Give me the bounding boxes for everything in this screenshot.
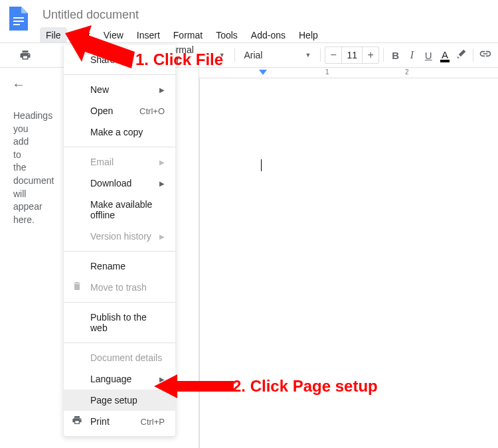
outline-placeholder: Headings you add to the document will ap… — [0, 102, 46, 234]
text-color-letter: A — [442, 49, 448, 60]
text-color-button[interactable]: A — [438, 49, 453, 61]
toolbar-separator — [473, 48, 473, 62]
font-size-decrease-button[interactable]: − — [325, 47, 341, 63]
print-icon — [72, 415, 82, 428]
font-size-input[interactable]: 11 — [341, 47, 363, 63]
menu-item-email[interactable]: Email▶ — [64, 151, 175, 173]
menu-item-publish[interactable]: Publish to the web — [64, 307, 175, 338]
menu-edit[interactable]: Edit — [68, 27, 96, 43]
annotation-text-2: 2. Click Page setup — [232, 377, 378, 396]
toolbar-separator — [234, 48, 235, 62]
toolbar-separator — [320, 48, 321, 62]
menu-item-rename[interactable]: Rename — [64, 256, 175, 277]
menu-item-move-trash[interactable]: Move to trash — [64, 277, 175, 298]
print-icon[interactable] — [17, 46, 34, 64]
file-menu-dropdown: Share New▶ OpenCtrl+O Make a copy Email▶… — [64, 45, 175, 436]
svg-rect-1 — [13, 21, 24, 22]
outline-back-icon[interactable]: ← — [12, 77, 25, 92]
menu-insert[interactable]: Insert — [131, 27, 166, 43]
menu-label: Version history — [90, 231, 151, 242]
menu-addons[interactable]: Add-ons — [245, 27, 291, 43]
horizontal-ruler[interactable]: 1 2 — [199, 68, 498, 78]
menu-label: Print — [90, 416, 110, 427]
ruler-mark: 1 — [325, 68, 329, 76]
menu-view[interactable]: View — [98, 27, 129, 43]
menu-shortcut: Ctrl+P — [141, 417, 165, 427]
ruler-mark: 2 — [405, 68, 409, 76]
font-size-group: − 11 + — [325, 46, 379, 64]
bold-button[interactable]: B — [388, 50, 403, 61]
highlight-color-button[interactable] — [454, 48, 469, 62]
menu-format[interactable]: Format — [167, 27, 208, 43]
font-family-label: Arial — [244, 50, 262, 60]
menu-separator — [64, 302, 175, 303]
menu-label: Open — [90, 106, 113, 116]
menu-item-new[interactable]: New▶ — [64, 79, 175, 100]
submenu-arrow-icon: ▶ — [159, 86, 165, 94]
menu-label: Publish to the web — [90, 312, 165, 333]
menu-label: Email — [90, 157, 114, 167]
menu-label: Share — [90, 54, 115, 65]
menu-label: New — [90, 84, 109, 95]
trash-icon — [72, 281, 82, 294]
italic-button[interactable]: I — [404, 49, 420, 61]
menu-label: Language — [90, 374, 131, 384]
docs-logo-icon[interactable] — [5, 5, 32, 32]
submenu-arrow-icon: ▶ — [159, 180, 165, 187]
menu-label: Move to trash — [90, 282, 147, 293]
menu-label: Download — [90, 178, 131, 188]
menu-item-language[interactable]: Language▶ — [64, 368, 175, 390]
menu-item-version-history[interactable]: Version history▶ — [64, 226, 175, 247]
indent-marker-icon[interactable] — [259, 70, 267, 78]
menu-file[interactable]: File — [40, 27, 67, 43]
toolbar-separator — [383, 48, 384, 62]
menu-item-doc-details[interactable]: Document details — [64, 347, 175, 368]
text-color-bar — [440, 60, 450, 62]
menu-item-offline[interactable]: Make available offline — [64, 194, 175, 226]
svg-rect-2 — [13, 24, 20, 25]
menu-label: Document details — [90, 352, 162, 363]
document-title[interactable]: Untitled document — [37, 7, 498, 23]
font-family-select[interactable]: Arial ▼ — [238, 47, 316, 63]
submenu-arrow-icon: ▶ — [159, 233, 165, 240]
menubar: File Edit View Insert Format Tools Add-o… — [37, 27, 498, 43]
menu-item-open[interactable]: OpenCtrl+O — [64, 100, 175, 121]
menu-label: Make available offline — [90, 199, 165, 220]
svg-rect-0 — [13, 17, 24, 19]
menu-item-page-setup[interactable]: Page setup — [64, 390, 175, 411]
annotation-text-1: 1. Click File — [135, 50, 223, 69]
insert-link-button[interactable] — [477, 47, 493, 63]
menu-tools[interactable]: Tools — [210, 27, 244, 43]
menu-separator — [64, 251, 175, 252]
menu-separator — [64, 147, 175, 147]
menu-shortcut: Ctrl+O — [139, 106, 165, 116]
text-cursor — [261, 159, 262, 171]
menu-item-print[interactable]: Print Ctrl+P — [64, 411, 175, 432]
underline-button[interactable]: U — [421, 50, 436, 61]
submenu-arrow-icon: ▶ — [159, 159, 165, 166]
menu-separator — [64, 74, 175, 75]
menu-help[interactable]: Help — [293, 27, 324, 43]
menu-separator — [64, 342, 175, 343]
menu-item-make-copy[interactable]: Make a copy — [64, 121, 175, 143]
header-bar: Untitled document File Edit View Insert … — [0, 0, 498, 42]
chevron-down-icon: ▼ — [305, 52, 311, 58]
menu-label: Page setup — [90, 395, 137, 406]
menu-label: Make a copy — [90, 127, 143, 137]
menu-label: Rename — [90, 261, 125, 271]
menu-item-download[interactable]: Download▶ — [64, 173, 175, 194]
font-size-increase-button[interactable]: + — [363, 47, 378, 63]
submenu-arrow-icon: ▶ — [159, 376, 165, 383]
